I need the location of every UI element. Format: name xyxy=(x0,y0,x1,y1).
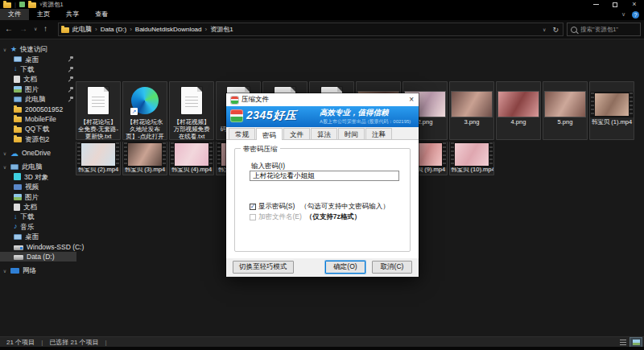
sidebar-item[interactable]: 视频 xyxy=(0,182,76,191)
menu-tab[interactable]: 查看 xyxy=(87,9,116,20)
sidebar-item[interactable]: Data (D:) xyxy=(0,252,76,261)
chevron-icon[interactable]: ∨ xyxy=(2,150,7,156)
breadcrumb-item[interactable]: 资源包1 xyxy=(207,25,236,34)
status-separator: | xyxy=(105,339,107,346)
show-password-row[interactable]: ✓ 显示密码(S) （勾选可支持中文密码输入） xyxy=(250,202,390,212)
password-input[interactable] xyxy=(250,171,399,181)
title-bar: | ∨ 资源包1 × xyxy=(0,0,644,9)
chevron-icon[interactable]: ∨ xyxy=(2,268,7,274)
search-box[interactable] xyxy=(567,23,641,36)
sidebar-item[interactable]: 桌面 xyxy=(0,232,76,241)
sidebar-item[interactable]: ∨☁OneDrive xyxy=(0,148,76,158)
sidebar-item-label: 下载 xyxy=(21,64,35,74)
file-name: 3.png xyxy=(450,119,493,126)
dialog-close-icon[interactable]: × xyxy=(409,93,414,106)
file-item[interactable]: 3.png xyxy=(449,81,494,140)
dialog-tab[interactable]: 算法 xyxy=(311,128,337,139)
drive-icon xyxy=(14,255,23,260)
sidebar-item[interactable]: QQ下载 xyxy=(0,124,76,134)
sidebar-item[interactable]: ∨网络 xyxy=(0,266,76,275)
sidebar-item[interactable]: ∨★快速访问 xyxy=(0,44,76,54)
file-item[interactable]: 韩宝贝 (1).mp4 xyxy=(589,81,634,140)
sidebar-item[interactable]: ∨此电脑 xyxy=(0,162,76,171)
new-folder-icon[interactable] xyxy=(28,2,36,8)
address-field-controls: ∨ ↻ xyxy=(543,26,560,34)
sidebar-item[interactable]: 3D 对象 xyxy=(0,172,76,182)
back-icon[interactable]: ← xyxy=(5,23,13,35)
menu-tab[interactable]: 主页 xyxy=(29,9,58,20)
search-input[interactable] xyxy=(580,26,637,33)
sidebar-item[interactable]: 图片 xyxy=(0,84,76,94)
sidebar-item[interactable]: 此电脑 xyxy=(0,94,76,104)
dialog-tab[interactable]: 时间 xyxy=(338,128,365,139)
menu-tab[interactable]: 共享 xyxy=(58,9,87,20)
dialog-tab[interactable]: 文件 xyxy=(283,128,310,139)
sidebar-item[interactable]: 资源包2 xyxy=(0,134,76,144)
image-thumbnail xyxy=(497,91,539,117)
file-item[interactable]: 韩宝贝 (10).mp4 xyxy=(449,142,494,175)
haozip-sub-slogan: A股上市公司荣誉出品 (股票代码：002195) xyxy=(320,118,411,125)
ok-button[interactable]: 确定(O) xyxy=(325,261,365,274)
file-item[interactable]: 【村花视频】万部视频免费在线看.txt xyxy=(169,81,214,140)
properties-icon[interactable] xyxy=(19,2,25,7)
breadcrumb-item[interactable]: 此电脑 xyxy=(69,25,95,34)
file-item[interactable]: 5.png xyxy=(543,81,588,140)
breadcrumb-item[interactable]: Data (D:) xyxy=(97,26,130,33)
encrypt-names-label: 加密文件名(E) xyxy=(258,212,302,222)
address-dropdown-icon[interactable]: ∨ xyxy=(543,27,546,32)
refresh-icon[interactable]: ↻ xyxy=(552,26,559,34)
sidebar-item[interactable]: ↓下载 xyxy=(0,212,76,221)
sidebar-item-label: 音乐 xyxy=(21,222,35,232)
cancel-button[interactable]: 取消(C) xyxy=(372,261,412,274)
haozip-slogan: 高效专业，值得信赖 xyxy=(320,108,389,118)
help-icon[interactable]: ? xyxy=(632,11,639,19)
sidebar-item[interactable]: 2000501952 xyxy=(0,104,76,113)
dialog-title-bar[interactable]: 压缩文件 × xyxy=(226,93,419,106)
chevron-icon[interactable]: ∨ xyxy=(2,164,7,170)
sidebar-item[interactable]: ♪音乐 xyxy=(0,222,76,232)
file-item[interactable]: 韩宝贝 (3).mp4 xyxy=(122,142,167,175)
encrypt-names-row: 加密文件名(E) （仅支持7z格式） xyxy=(250,212,361,222)
address-field[interactable]: 此电脑›Data (D:)›BaiduNetdiskDownload›资源包1 … xyxy=(58,23,564,36)
list-view-icon[interactable] xyxy=(617,338,629,347)
sidebar-item[interactable]: 图片 xyxy=(0,191,76,201)
file-name: 【村花论坛永久地址发布页】-点此打开 xyxy=(123,119,167,140)
file-item[interactable]: 韩宝贝 (4).mp4 xyxy=(169,142,214,175)
sidebar-item[interactable]: 文档 xyxy=(0,74,76,84)
file-item[interactable]: ↗【村花论坛永久地址发布页】-点此打开 xyxy=(122,81,167,140)
show-password-checkbox[interactable]: ✓ xyxy=(250,204,256,210)
sidebar-item[interactable]: MobileFile xyxy=(0,114,76,124)
network-icon xyxy=(10,268,19,274)
up-icon[interactable]: ↑ xyxy=(43,23,47,35)
ribbon-collapse-icon[interactable]: ∨ xyxy=(621,11,625,18)
dialog-tab[interactable]: 常规 xyxy=(229,128,255,139)
sidebar-item[interactable]: 文档 xyxy=(0,202,76,212)
filmstrip-holes xyxy=(630,93,633,117)
forward-icon[interactable]: → xyxy=(19,23,27,35)
lite-mode-button[interactable]: 切换至轻巧模式 xyxy=(233,261,294,274)
pics-icon xyxy=(14,194,22,200)
minimize-button[interactable] xyxy=(586,0,605,9)
file-item[interactable]: 韩宝贝 (2).mp4 xyxy=(76,142,121,175)
thumbnail-view-icon[interactable] xyxy=(630,338,642,347)
sidebar-item[interactable]: Windows-SSD (C:) xyxy=(0,241,76,251)
haozip-ad-banner[interactable]: 2345好压 高效专业，值得信赖 A股上市公司荣誉出品 (股票代码：002195… xyxy=(226,106,419,127)
close-button[interactable]: × xyxy=(625,0,644,9)
dialog-tab[interactable]: 注释 xyxy=(365,128,392,139)
chevron-icon[interactable]: ∨ xyxy=(2,47,7,52)
sidebar: ∨★快速访问桌面↓下载文档图片此电脑2000501952MobileFileQQ… xyxy=(0,44,76,336)
file-item[interactable]: 4.png xyxy=(496,81,541,140)
sidebar-item[interactable]: 桌面 xyxy=(0,54,76,64)
recent-locations-icon[interactable]: ∨ xyxy=(34,26,37,31)
search-icon xyxy=(571,27,577,33)
dialog-tab[interactable]: 密码 xyxy=(256,128,283,140)
file-name: 韩宝贝 (2).mp4 xyxy=(76,167,120,174)
encrypt-names-checkbox[interactable] xyxy=(250,214,256,220)
video-thumbnail xyxy=(170,142,213,167)
maximize-button[interactable] xyxy=(605,0,625,9)
breadcrumb-item[interactable]: BaiduNetdiskDownload xyxy=(132,26,205,33)
file-item[interactable]: 【村花论坛】全免费-无套路-更新快.txt xyxy=(76,81,121,140)
menu-tab[interactable]: 文件 xyxy=(0,9,29,20)
file-name: 5.png xyxy=(543,119,587,126)
sidebar-item[interactable]: ↓下载 xyxy=(0,64,76,74)
